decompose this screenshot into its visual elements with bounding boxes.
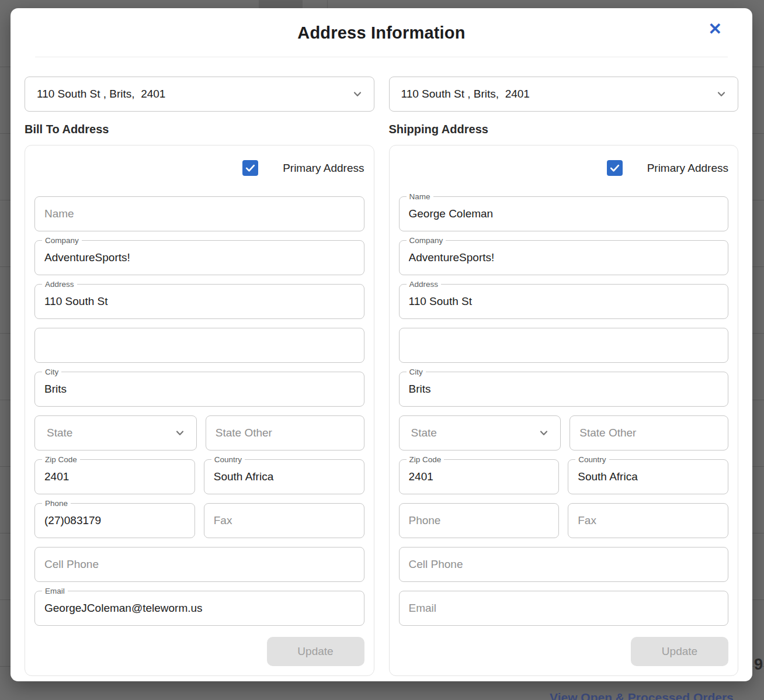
shipping-primary-address-row: Primary Address	[399, 160, 729, 176]
shipping-column: 110 South St , Brits, 2401 Shipping Addr…	[389, 77, 739, 676]
shipping-address-selector-value: 110 South St , Brits, 2401	[401, 88, 530, 101]
bill-primary-address-label: Primary Address	[283, 162, 364, 175]
close-icon[interactable]: ✕	[705, 18, 725, 41]
bill-name-input[interactable]	[44, 207, 355, 220]
shipping-country-field: Country	[568, 459, 728, 494]
bill-state-other-input[interactable]	[216, 427, 355, 439]
shipping-zip-country-row: Zip Code Country	[399, 459, 729, 503]
bill-name-field	[34, 196, 364, 231]
modal-content: 110 South St , Brits, 2401 Bill To Addre…	[11, 57, 752, 676]
shipping-primary-address-checkbox[interactable]	[607, 160, 623, 176]
shipping-company-input[interactable]	[409, 251, 719, 264]
bill-fax-input[interactable]	[214, 514, 355, 527]
shipping-company-field: Company	[399, 240, 729, 275]
chevron-down-icon	[716, 88, 727, 100]
bill-country-label: Country	[211, 455, 245, 464]
shipping-zip-field: Zip Code	[399, 459, 560, 494]
bill-to-address-heading: Bill To Address	[25, 123, 374, 136]
shipping-email-field	[399, 591, 729, 626]
bill-phone-field: Phone	[34, 503, 195, 538]
bill-company-label: Company	[42, 236, 82, 245]
shipping-cell-phone-field	[399, 547, 729, 582]
address-information-modal: Address Information ✕ 110 South St , Bri…	[11, 8, 752, 681]
shipping-address-card: Primary Address Name Company Address	[389, 145, 739, 676]
bill-city-input[interactable]	[44, 383, 355, 396]
bill-address-card: Primary Address Company Address	[25, 145, 374, 676]
bill-city-field: City	[34, 372, 364, 407]
bill-phone-fax-row: Phone	[34, 503, 364, 547]
bill-address-line2-field	[34, 328, 364, 363]
shipping-address-heading: Shipping Address	[389, 123, 739, 136]
bill-address-label: Address	[42, 280, 77, 289]
shipping-update-button[interactable]: Update	[631, 637, 728, 666]
bill-fax-field	[204, 503, 364, 538]
bill-phone-input[interactable]	[44, 514, 185, 527]
bill-country-input[interactable]	[214, 470, 355, 483]
shipping-state-other-field	[569, 415, 728, 451]
chevron-down-icon	[538, 427, 550, 439]
background-partial-link: View Open & Processed Orders	[550, 691, 734, 700]
shipping-fax-input[interactable]	[578, 514, 718, 527]
bill-state-other-field	[206, 415, 364, 451]
bill-cell-phone-field	[34, 547, 364, 582]
shipping-zip-input[interactable]	[409, 470, 550, 483]
bill-email-field: Email	[34, 591, 364, 626]
chevron-down-icon	[352, 88, 363, 100]
bill-company-input[interactable]	[44, 251, 355, 264]
shipping-address-field: Address	[399, 284, 729, 319]
shipping-email-input[interactable]	[409, 602, 719, 615]
shipping-cell-phone-input[interactable]	[409, 558, 719, 571]
bill-cell-phone-input[interactable]	[44, 558, 355, 571]
shipping-address-label: Address	[407, 280, 442, 289]
bill-zip-field: Zip Code	[34, 459, 195, 494]
bill-zip-country-row: Zip Code Country	[34, 459, 364, 503]
bill-email-label: Email	[42, 587, 68, 595]
checkmark-icon	[609, 162, 620, 174]
background-partial-number: 9	[754, 656, 763, 674]
chevron-down-icon	[174, 427, 186, 439]
bill-to-column: 110 South St , Brits, 2401 Bill To Addre…	[25, 77, 374, 676]
shipping-phone-input[interactable]	[409, 514, 550, 527]
shipping-city-field: City	[399, 372, 729, 407]
bill-address-selector[interactable]: 110 South St , Brits, 2401	[25, 77, 374, 112]
shipping-state-select[interactable]: State	[399, 415, 561, 451]
shipping-country-input[interactable]	[578, 470, 718, 483]
shipping-name-label: Name	[407, 192, 433, 201]
modal-title: Address Information	[35, 23, 728, 43]
bill-email-input[interactable]	[44, 602, 355, 615]
bill-state-select[interactable]: State	[34, 415, 197, 451]
bill-address-line2-input[interactable]	[44, 339, 355, 352]
bill-primary-address-checkbox[interactable]	[242, 160, 258, 176]
shipping-country-label: Country	[575, 455, 609, 464]
shipping-name-input[interactable]	[409, 207, 719, 220]
bill-zip-input[interactable]	[44, 470, 185, 483]
shipping-state-select-placeholder: State	[411, 427, 437, 439]
bill-zip-label: Zip Code	[42, 455, 80, 464]
bill-city-label: City	[42, 368, 61, 376]
shipping-city-input[interactable]	[409, 383, 719, 396]
shipping-company-label: Company	[407, 236, 446, 245]
shipping-phone-field	[399, 503, 560, 538]
shipping-primary-address-label: Primary Address	[647, 162, 728, 175]
modal-header: Address Information ✕	[35, 8, 728, 57]
shipping-address-line2-input[interactable]	[409, 339, 719, 352]
shipping-address-line2-field	[399, 328, 729, 363]
shipping-city-label: City	[407, 368, 426, 376]
shipping-address-selector[interactable]: 110 South St , Brits, 2401	[389, 77, 739, 112]
shipping-fax-field	[568, 503, 728, 538]
bill-address-selector-value: 110 South St , Brits, 2401	[37, 88, 165, 101]
bill-phone-label: Phone	[42, 499, 71, 508]
shipping-state-other-input[interactable]	[579, 427, 718, 439]
bill-address-field: Address	[34, 284, 364, 319]
bill-address-input[interactable]	[44, 295, 355, 308]
bill-update-button[interactable]: Update	[267, 637, 364, 666]
bill-company-field: Company	[34, 240, 364, 275]
shipping-phone-fax-row	[399, 503, 729, 547]
shipping-address-input[interactable]	[409, 295, 719, 308]
shipping-state-row: State	[399, 415, 729, 459]
bill-state-row: State	[34, 415, 364, 459]
shipping-name-field: Name	[399, 196, 729, 231]
shipping-zip-label: Zip Code	[407, 455, 444, 464]
bill-primary-address-row: Primary Address	[34, 160, 364, 176]
bill-country-field: Country	[204, 459, 364, 494]
